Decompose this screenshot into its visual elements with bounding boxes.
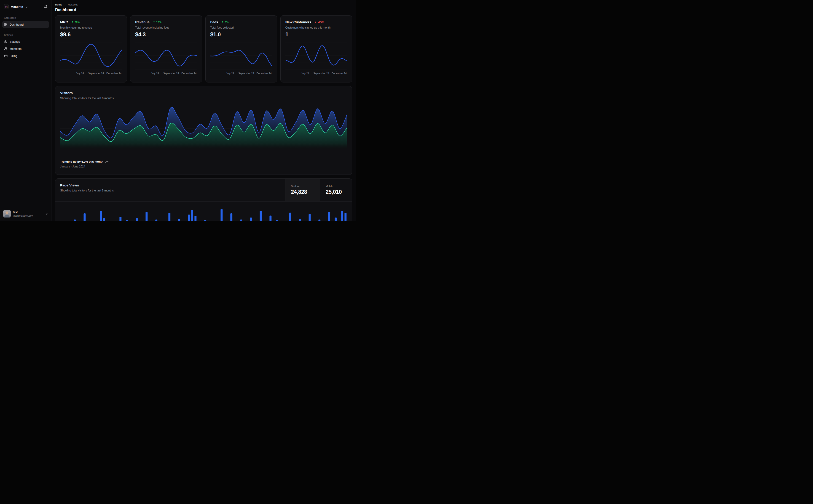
visitors-trend-text: Trending up by 5.2% this month <box>60 160 103 163</box>
stat-subtitle: Monthly recurring revenue <box>60 26 122 29</box>
x-tick: December 24 <box>181 72 196 75</box>
revenue-sparkline-chart <box>135 40 197 71</box>
mobile-label: Mobile <box>326 185 347 188</box>
user-email: test@makerkit.dev <box>13 214 33 217</box>
x-tick: July 24 <box>151 72 159 75</box>
user-menu[interactable]: test test@makerkit.dev <box>2 209 49 218</box>
x-tick: December 24 <box>257 72 272 75</box>
sparkline-x-axis: July 24 September 24 December 24 <box>135 72 197 76</box>
chevrons-up-down-icon <box>25 5 28 8</box>
mobile-value: 25,010 <box>326 189 347 195</box>
stat-title: Revenue <box>135 20 149 24</box>
page-views-card: Page Views Showing total visitors for th… <box>55 178 352 221</box>
users-icon <box>4 47 8 50</box>
stat-card-new-customers: New Customers -25% Customers who signed … <box>280 15 352 82</box>
stat-value: $4.3 <box>135 31 197 38</box>
tab-desktop[interactable]: Desktop 24,828 <box>285 179 320 201</box>
desktop-value: 24,828 <box>291 189 315 195</box>
dashboard-grid-icon <box>4 23 8 26</box>
x-tick: July 24 <box>76 72 84 75</box>
sidebar: m Makerkit Application Dashboard <box>0 0 51 221</box>
sidebar-item-members[interactable]: Members <box>2 45 49 52</box>
stat-subtitle: Total revenue including fees <box>135 26 197 29</box>
breadcrumb-current: Makerkit <box>68 3 77 6</box>
visitors-footer: Trending up by 5.2% this month January -… <box>60 160 347 168</box>
sidebar-item-billing[interactable]: Billing <box>2 52 49 59</box>
stat-subtitle: Total fees collected <box>211 26 272 29</box>
stat-card-mrr: MRR 20% Monthly recurring revenue $9.6 J… <box>55 15 127 82</box>
workspace-name: Makerkit <box>11 5 23 8</box>
stat-cards-row: MRR 20% Monthly recurring revenue $9.6 J… <box>55 15 352 82</box>
page-title: Dashboard <box>55 8 352 12</box>
app-window: m Makerkit Application Dashboard <box>0 0 356 221</box>
logo-letter: m <box>5 5 8 8</box>
workspace-selector[interactable]: m Makerkit <box>2 2 49 11</box>
arrow-up-icon <box>153 21 155 23</box>
user-meta: test test@makerkit.dev <box>13 211 33 217</box>
arrow-down-icon <box>315 21 317 23</box>
breadcrumb: Home Makerkit <box>55 3 352 6</box>
sidebar-item-label: Members <box>10 47 21 50</box>
stat-title: New Customers <box>286 20 311 24</box>
sidebar-item-label: Settings <box>10 40 20 43</box>
page-views-header: Page Views Showing total visitors for th… <box>55 179 352 202</box>
breadcrumb-home-link[interactable]: Home <box>55 3 62 6</box>
chevrons-up-down-icon <box>45 212 48 215</box>
trend-badge: 9% <box>222 21 229 24</box>
visitors-subtitle: Showing total visitors for the last 6 mo… <box>60 97 347 100</box>
mrr-sparkline-chart <box>60 40 122 71</box>
chevron-right-icon <box>64 3 66 6</box>
visitors-title: Visitors <box>60 91 347 95</box>
trending-up-icon <box>105 160 108 163</box>
x-tick: September 24 <box>313 72 329 75</box>
x-tick: December 24 <box>332 72 347 75</box>
sidebar-item-label: Billing <box>10 54 17 58</box>
stat-card-revenue: Revenue 12% Total revenue including fees… <box>130 15 202 82</box>
stat-value: $9.6 <box>60 31 122 38</box>
visitors-date-range: January - June 2024 <box>60 165 347 168</box>
user-avatar <box>3 210 11 218</box>
nav-section-application: Application Dashboard <box>2 16 49 28</box>
sidebar-item-label: Dashboard <box>10 23 24 26</box>
visitors-card: Visitors Showing total visitors for the … <box>55 86 352 175</box>
main-content: Home Makerkit Dashboard MRR 20% Monthly … <box>51 0 356 221</box>
x-tick: July 24 <box>226 72 234 75</box>
credit-card-icon <box>4 54 8 58</box>
sparkline-x-axis: July 24 September 24 December 24 <box>60 72 122 76</box>
page-views-bar-chart <box>55 202 352 221</box>
sidebar-nav: Application Dashboard Settings Settings <box>2 16 49 209</box>
nav-section-label: Settings <box>2 34 49 36</box>
stat-card-fees: Fees 9% Total fees collected $1.0 July 2… <box>206 15 277 82</box>
fees-sparkline-chart <box>211 40 272 71</box>
x-tick: September 24 <box>238 72 254 75</box>
x-tick: September 24 <box>163 72 179 75</box>
new-customers-sparkline-chart <box>286 40 347 71</box>
x-tick: September 24 <box>88 72 104 75</box>
page-views-subtitle: Showing total visitors for the last 3 mo… <box>60 189 280 192</box>
user-name: test <box>13 211 33 214</box>
page-views-title: Page Views <box>60 183 280 187</box>
arrow-up-icon <box>222 21 224 23</box>
gear-icon <box>4 40 8 43</box>
stat-subtitle: Customers who signed up this month <box>286 26 347 29</box>
sidebar-item-settings[interactable]: Settings <box>2 38 49 45</box>
desktop-label: Desktop <box>291 185 315 188</box>
trend-badge: 12% <box>153 21 161 24</box>
x-tick: July 24 <box>301 72 309 75</box>
notifications-bell-icon[interactable] <box>44 5 48 8</box>
stat-title: MRR <box>60 20 68 24</box>
nav-section-settings: Settings Settings Members <box>2 34 49 59</box>
sidebar-item-dashboard[interactable]: Dashboard <box>2 21 49 28</box>
trend-badge: -25% <box>315 21 324 24</box>
visitors-area-chart <box>60 105 347 150</box>
tab-mobile[interactable]: Mobile 25,010 <box>320 179 352 201</box>
sparkline-x-axis: July 24 September 24 December 24 <box>286 72 347 76</box>
x-tick: December 24 <box>106 72 121 75</box>
stat-value: $1.0 <box>211 31 272 38</box>
sparkline-x-axis: July 24 September 24 December 24 <box>211 72 272 76</box>
arrow-up-icon <box>71 21 74 23</box>
stat-value: 1 <box>286 31 347 38</box>
trend-badge: 20% <box>71 21 80 24</box>
stat-title: Fees <box>211 20 218 24</box>
nav-section-label: Application <box>2 16 49 19</box>
